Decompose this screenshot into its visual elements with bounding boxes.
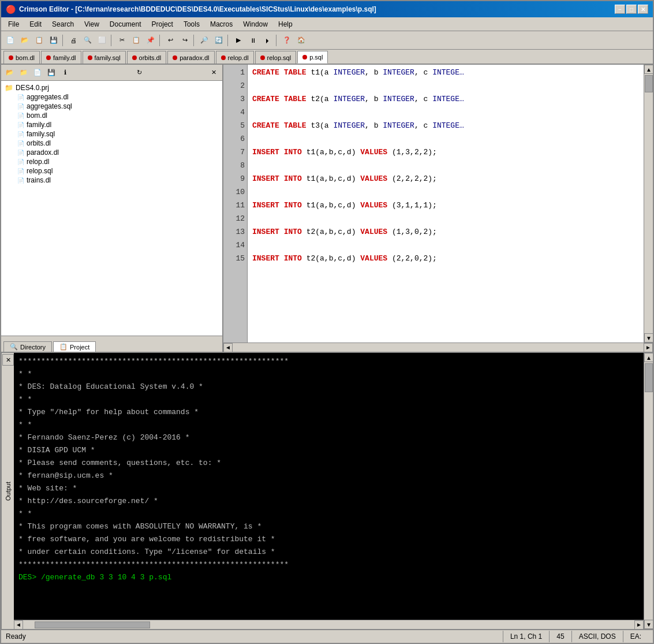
toolbar-paste[interactable]: 📌 bbox=[144, 33, 158, 47]
output-area: ✕ Output *******************************… bbox=[1, 352, 653, 629]
output-label[interactable]: Output bbox=[1, 353, 14, 629]
output-scroll-track[interactable] bbox=[644, 362, 653, 620]
line-numbers: 123456789101112131415 bbox=[223, 65, 248, 343]
close-button[interactable]: ✕ bbox=[638, 5, 648, 14]
tree-item-orbits-dl[interactable]: 📄orbits.dl bbox=[3, 139, 220, 148]
menu-item-document[interactable]: Document bbox=[105, 19, 146, 29]
tree-item-aggregates-dl[interactable]: 📄aggregates.dl bbox=[3, 92, 220, 102]
toolbar-btn7[interactable]: ⬜ bbox=[95, 33, 109, 47]
scroll-left-arrow[interactable]: ◄ bbox=[223, 343, 233, 352]
file-icon: 📄 bbox=[17, 103, 24, 110]
toolbar-replace[interactable]: 🔄 bbox=[212, 33, 226, 47]
sidebar-save-btn[interactable]: 💾 bbox=[45, 66, 58, 79]
close-output-button[interactable]: ✕ bbox=[2, 354, 14, 366]
tab-label: paradox.dl bbox=[180, 54, 209, 61]
toolbar-search[interactable]: 🔎 bbox=[197, 33, 211, 47]
toolbar-open[interactable]: 📂 bbox=[18, 33, 32, 47]
tree-item-family-sql[interactable]: 📄family.sql bbox=[3, 129, 220, 139]
tree-root-label: DES4.0.prj bbox=[16, 84, 49, 92]
tab-dot bbox=[88, 55, 92, 60]
sidebar-open-btn[interactable]: 📂 bbox=[3, 66, 16, 79]
tab-orbits-dl[interactable]: orbits.dl bbox=[127, 51, 167, 64]
toolbar-redo[interactable]: ↪ bbox=[178, 33, 192, 47]
toolbar-copy[interactable]: 📋 bbox=[129, 33, 143, 47]
output-scroll-up[interactable]: ▲ bbox=[644, 353, 653, 362]
maximize-button[interactable]: □ bbox=[626, 5, 637, 14]
output-scrollbar[interactable]: ▲ ▼ bbox=[644, 353, 653, 629]
minimize-button[interactable]: − bbox=[615, 5, 625, 14]
tab-paradox-dl[interactable]: paradox.dl bbox=[167, 51, 214, 64]
menu-item-project[interactable]: Project bbox=[147, 19, 178, 29]
toolbar-cut[interactable]: ✂ bbox=[115, 33, 129, 47]
output-bottom-scrollbar[interactable]: ◄ ► bbox=[14, 620, 644, 629]
toolbar-btn4[interactable]: 💾 bbox=[47, 33, 61, 47]
menu-item-window[interactable]: Window bbox=[238, 19, 272, 29]
menu-item-help[interactable]: Help bbox=[274, 19, 297, 29]
output-h-track[interactable] bbox=[23, 621, 634, 628]
sidebar-info-btn[interactable]: ℹ bbox=[59, 66, 72, 79]
toolbar-print[interactable]: 🖨 bbox=[66, 33, 80, 47]
scroll-thumb[interactable] bbox=[645, 75, 653, 92]
menu-item-search[interactable]: Search bbox=[47, 19, 79, 29]
scroll-up-arrow[interactable]: ▲ bbox=[644, 65, 653, 74]
toolbar-home[interactable]: 🏠 bbox=[294, 33, 308, 47]
tab-p-sql[interactable]: p.sql bbox=[297, 51, 328, 64]
tree-item-paradox-dl[interactable]: 📄paradox.dl bbox=[3, 148, 220, 157]
menu-item-edit[interactable]: Edit bbox=[25, 19, 46, 29]
toolbar-btn6[interactable]: 🔍 bbox=[81, 33, 95, 47]
menu-item-macros[interactable]: Macros bbox=[205, 19, 237, 29]
status-bar: Ready Ln 1, Ch 1 45 ASCII, DOS EA: bbox=[1, 629, 653, 643]
output-scroll-right[interactable]: ► bbox=[634, 620, 644, 630]
toolbar-help[interactable]: ❓ bbox=[280, 33, 294, 47]
toolbar-btn18[interactable]: ⏸ bbox=[246, 33, 260, 47]
sidebar-tab-project[interactable]: 📋Project bbox=[53, 341, 96, 352]
toolbar-btn3[interactable]: 📋 bbox=[32, 33, 46, 47]
output-line: DES> /generate_db 3 3 10 4 3 p.sql bbox=[18, 571, 639, 584]
toolbar-btn19[interactable]: ⏵ bbox=[260, 33, 274, 47]
editor-scrollbar-h[interactable]: ◄ ► bbox=[223, 343, 653, 352]
line-num-3: 3 bbox=[226, 92, 245, 106]
editor-scrollbar-v[interactable]: ▲ ▼ bbox=[644, 65, 653, 343]
tree-item-aggregates-sql[interactable]: 📄aggregates.sql bbox=[3, 102, 220, 111]
tab-label: bom.dl bbox=[16, 54, 35, 61]
tree-root[interactable]: 📁DES4.0.prj bbox=[3, 83, 220, 92]
tab-family-sql[interactable]: family.sql bbox=[83, 51, 126, 64]
code-line-12 bbox=[252, 212, 639, 225]
output-h-thumb[interactable] bbox=[35, 621, 150, 628]
toolbar-undo[interactable]: ↩ bbox=[163, 33, 177, 47]
menu-item-tools[interactable]: Tools bbox=[179, 19, 204, 29]
scroll-right-arrow[interactable]: ► bbox=[644, 343, 653, 352]
tree-item-family-dl[interactable]: 📄family.dl bbox=[3, 120, 220, 129]
toolbar-btn17[interactable]: ▶ bbox=[231, 33, 245, 47]
line-num-14: 14 bbox=[226, 239, 245, 252]
line-num-12: 12 bbox=[226, 212, 245, 225]
code-editor[interactable]: 123456789101112131415 CREATE TABLE t1(a … bbox=[223, 65, 653, 352]
output-scroll-down[interactable]: ▼ bbox=[644, 620, 653, 629]
sidebar-nav-btn[interactable]: 📁 bbox=[17, 66, 30, 79]
tab-family-dl[interactable]: family.dl bbox=[41, 51, 81, 64]
sidebar-refresh-btn[interactable]: ↻ bbox=[133, 66, 146, 79]
tree-item-relop-sql[interactable]: 📄relop.sql bbox=[3, 166, 220, 176]
output-scroll-thumb[interactable] bbox=[645, 363, 653, 392]
menu-item-view[interactable]: View bbox=[80, 19, 104, 29]
tree-item-bom-dl[interactable]: 📄bom.dl bbox=[3, 111, 220, 120]
sidebar-tab-directory[interactable]: 🔍Directory bbox=[3, 341, 52, 352]
output-content[interactable]: ****************************************… bbox=[14, 353, 644, 620]
tree-item-trains-dl[interactable]: 📄trains.dl bbox=[3, 176, 220, 185]
sidebar-close-btn[interactable]: ✕ bbox=[207, 66, 220, 79]
line-num-10: 10 bbox=[226, 185, 245, 199]
tab-relop-dl[interactable]: relop.dl bbox=[216, 51, 254, 64]
tab-relop-sql[interactable]: relop.sql bbox=[255, 51, 297, 64]
project-icon: 📋 bbox=[59, 343, 68, 351]
menu-item-file[interactable]: File bbox=[3, 19, 24, 29]
tab-bom-dl[interactable]: bom.dl bbox=[3, 51, 40, 64]
line-num-13: 13 bbox=[226, 225, 245, 239]
toolbar-new[interactable]: 📄 bbox=[3, 33, 17, 47]
tree-item-relop-dl[interactable]: 📄relop.dl bbox=[3, 157, 220, 166]
h-scroll-track[interactable] bbox=[233, 344, 644, 352]
output-scroll-left[interactable]: ◄ bbox=[14, 620, 23, 630]
code-text[interactable]: CREATE TABLE t1(a INTEGER, b INTEGER, c … bbox=[248, 65, 644, 343]
scroll-down-arrow[interactable]: ▼ bbox=[644, 333, 653, 343]
sidebar-new-btn[interactable]: 📄 bbox=[31, 66, 44, 79]
scroll-track[interactable] bbox=[644, 74, 653, 333]
